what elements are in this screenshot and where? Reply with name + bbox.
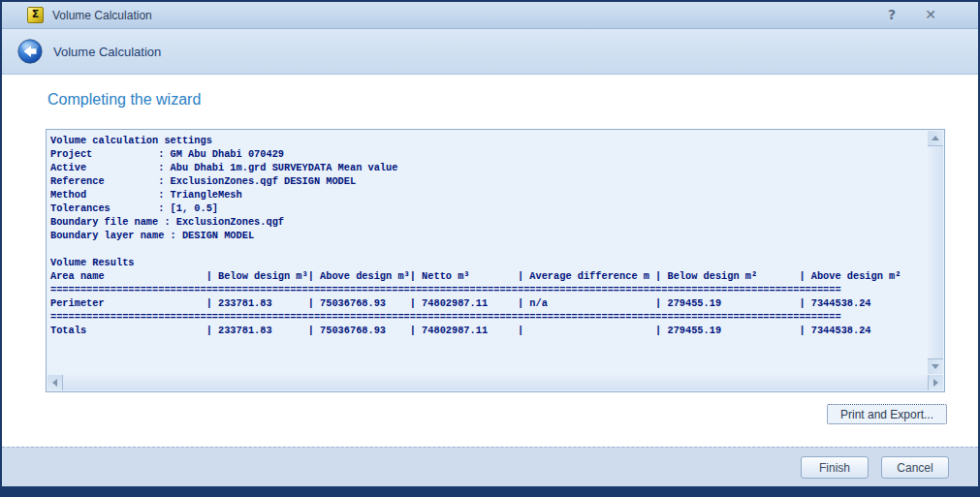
scroll-left-icon[interactable]	[47, 375, 62, 390]
horizontal-scroll-thumb[interactable]	[62, 375, 929, 390]
window-title: Volume Calculation	[52, 9, 152, 22]
vertical-scrollbar[interactable]	[928, 131, 943, 374]
scroll-up-icon[interactable]	[928, 131, 943, 145]
scroll-right-icon[interactable]	[929, 375, 943, 390]
wizard-header: Volume Calculation	[2, 29, 978, 75]
print-and-export-button[interactable]: Print and Export...	[827, 404, 947, 424]
volume-calculation-window: Σ Volume Calculation ? ✕ Volume Calculat…	[0, 0, 980, 497]
horizontal-scrollbar[interactable]	[47, 375, 943, 390]
back-button[interactable]	[17, 39, 43, 64]
close-icon[interactable]: ✕	[920, 6, 941, 24]
help-icon[interactable]: ?	[881, 6, 902, 24]
wizard-header-title: Volume Calculation	[53, 45, 161, 59]
finish-button[interactable]: Finish	[801, 456, 869, 479]
report-box[interactable]: Volume calculation settings Project : GM…	[46, 129, 945, 392]
scroll-down-icon[interactable]	[928, 359, 943, 374]
sigma-app-icon: Σ	[27, 7, 44, 23]
button-panel: Finish Cancel	[2, 447, 978, 487]
vertical-scroll-thumb[interactable]	[928, 145, 943, 359]
volume-report-text: Volume calculation settings Project : GM…	[47, 130, 927, 374]
back-arrow-icon	[17, 39, 43, 64]
title-bar[interactable]: Σ Volume Calculation ? ✕	[2, 2, 978, 29]
wizard-page: Completing the wizard Volume calculation…	[2, 75, 978, 447]
cancel-button[interactable]: Cancel	[881, 456, 949, 479]
page-heading: Completing the wizard	[47, 91, 201, 109]
